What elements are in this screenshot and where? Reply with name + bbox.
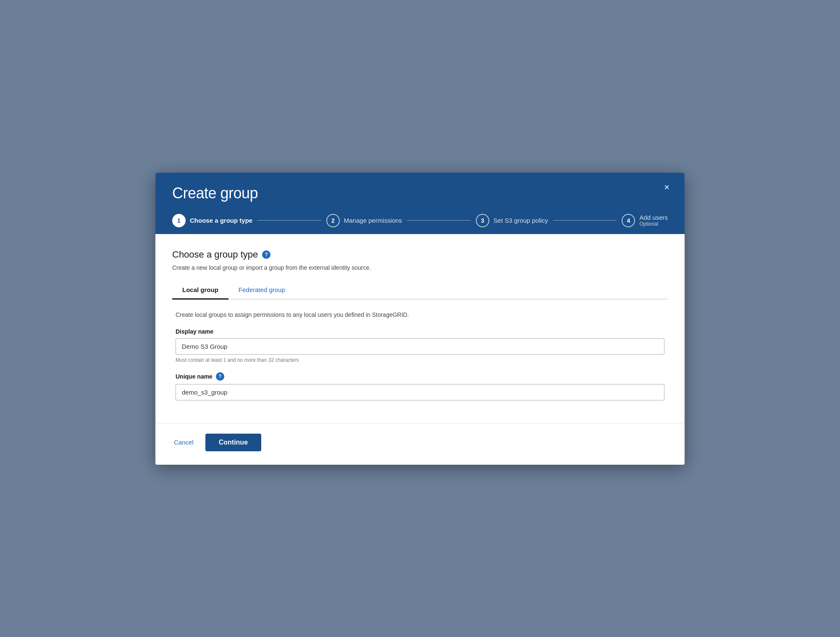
step-3-circle: 3 [476,214,489,227]
step-1: 1 Choose a group type [172,214,252,234]
modal-footer: Cancel Continue [155,423,685,465]
step-4-circle: 4 [622,214,635,227]
section-help-icon[interactable]: ? [262,250,270,259]
unique-name-input[interactable] [176,384,664,400]
tab-federated-group[interactable]: Federated group [228,282,295,300]
step-separator-2 [407,220,471,221]
step-4: 4 Add users Optional [622,214,668,234]
display-name-input[interactable] [176,338,664,355]
step-4-label: Add users Optional [639,214,668,227]
tab-bar: Local group Federated group [172,281,668,300]
tab-content-local: Create local groups to assign permission… [172,311,668,400]
step-1-label: Choose a group type [190,217,252,224]
step-2-circle: 2 [326,214,340,227]
display-name-label: Display name [176,328,664,335]
display-name-hint: Must contain at least 1 and no more than… [176,357,664,363]
unique-name-field-group: Unique name ? [176,372,664,400]
unique-name-help-icon[interactable]: ? [216,372,224,381]
cancel-button[interactable]: Cancel [172,435,195,449]
section-subtitle: Create a new local group or import a gro… [172,264,668,271]
continue-button[interactable]: Continue [205,434,261,451]
modal-header: × Create group 1 Choose a group type 2 M… [155,173,685,234]
section-title: Choose a group type ? [172,249,668,260]
create-group-modal: × Create group 1 Choose a group type 2 M… [155,173,685,465]
step-2: 2 Manage permissions [326,214,402,234]
tab-description: Create local groups to assign permission… [176,311,664,318]
step-3: 3 Set S3 group policy [476,214,548,234]
close-button[interactable]: × [661,181,673,194]
step-separator-1 [257,220,321,221]
unique-name-label: Unique name ? [176,372,664,381]
step-2-label: Manage permissions [344,217,402,224]
step-3-label: Set S3 group policy [494,217,548,224]
step-4-optional: Optional [639,221,668,227]
step-separator-3 [553,220,617,221]
steps-bar: 1 Choose a group type 2 Manage permissio… [172,214,668,234]
display-name-field-group: Display name Must contain at least 1 and… [176,328,664,363]
tab-local-group[interactable]: Local group [172,282,228,300]
step-1-circle: 1 [172,214,186,227]
modal-body: Choose a group type ? Create a new local… [155,234,685,423]
modal-title: Create group [172,184,668,202]
